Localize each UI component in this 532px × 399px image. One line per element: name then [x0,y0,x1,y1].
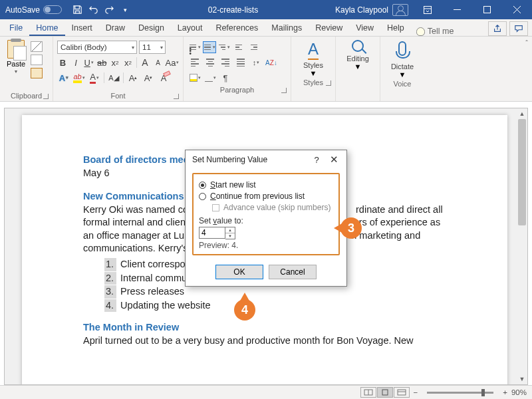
copy-button[interactable] [31,55,43,65]
paste-button[interactable]: Paste ▼ [3,39,29,90]
set-value-spinner[interactable]: ▲▼ [199,227,333,239]
decrease-indent-button[interactable] [232,41,247,54]
sort-button[interactable]: AZ↓ [264,56,279,69]
maximize-button[interactable] [472,0,502,19]
heading-3: The Month in Review [83,321,452,334]
dialog-help-button[interactable]: ? [308,155,325,165]
underline-button[interactable]: U▾ [83,56,94,69]
increase-indent-button[interactable] [247,41,262,54]
subscript-button[interactable]: x2 [110,56,121,69]
minimize-button[interactable] [442,0,472,19]
spin-up-icon[interactable]: ▲ [225,227,235,233]
strikethrough-button[interactable]: ab [96,56,108,69]
styles-launcher[interactable] [326,80,331,86]
radio-label: Continue from previous list [210,192,305,201]
spin-down-icon[interactable]: ▼ [225,233,235,239]
paragraph-launcher[interactable] [281,88,287,93]
read-mode-button[interactable] [360,387,376,398]
share-button[interactable] [488,21,507,36]
undo-button[interactable] [86,3,100,17]
tell-me-search[interactable]: Tell me [411,27,460,36]
shrink-font-button[interactable]: A [152,56,164,69]
save-icon[interactable] [70,3,84,17]
numbering-button[interactable]: ▾ [203,41,216,53]
radio-start-new-list[interactable]: Start new list [199,180,333,190]
font-color-button[interactable]: A▾ [88,71,101,84]
styles-label: Styles [303,61,323,69]
grow-font-button[interactable]: A [140,56,151,69]
comments-button[interactable] [509,21,528,36]
dialog-close-button[interactable]: ✕ [325,154,342,166]
account-button[interactable]: Kayla Claypool [331,4,412,16]
tab-help[interactable]: Help [380,21,411,36]
radio-continue-previous[interactable]: Continue from previous list [199,192,333,201]
radio-checked-icon [199,182,206,189]
align-left-button[interactable] [188,56,202,69]
scroll-up-button[interactable]: ▲ [517,108,527,119]
clipboard-launcher[interactable] [43,94,49,99]
print-layout-button[interactable] [377,387,393,398]
tab-review[interactable]: Review [309,21,349,36]
highlight-button[interactable]: ab▾ [72,71,86,84]
ribbon-options-button[interactable] [412,0,442,19]
italic-button[interactable]: I [70,56,82,69]
tab-view[interactable]: View [349,21,380,36]
tab-draw[interactable]: Draw [99,21,132,36]
editing-button[interactable]: Editing▼ [338,39,377,70]
zoom-level[interactable]: 90% [511,388,527,396]
zoom-in-button[interactable]: + [499,388,511,396]
scroll-down-button[interactable]: ▼ [517,374,527,384]
superscript-button[interactable]: x2 [122,56,134,69]
spinner-buttons[interactable]: ▲▼ [225,227,235,239]
bullets-button[interactable]: ▾ [188,41,202,54]
clear-formatting-button[interactable]: A [157,71,170,84]
grow-font2-button[interactable]: A▴ [126,71,140,84]
line-spacing-button[interactable]: ↕▾ [249,56,263,69]
qat-customize-icon[interactable]: ▾ [118,3,132,17]
tab-insert[interactable]: Insert [65,21,99,36]
character-shading-button[interactable]: A◢ [107,71,120,84]
group-label-styles: Styles [294,77,332,88]
tab-home[interactable]: Home [29,21,65,36]
redo-button[interactable] [102,3,116,17]
align-center-button[interactable] [203,56,217,69]
vertical-scrollbar[interactable]: ▲ ▼ [517,108,527,384]
group-clipboard: Paste ▼ Clipboard [0,37,53,101]
styles-button[interactable]: A Styles▼ [294,39,332,77]
text-effects-button[interactable]: A▾ [57,71,70,84]
zoom-out-button[interactable]: − [410,388,422,396]
font-launcher[interactable] [174,94,179,99]
change-case-button[interactable]: Aa▾ [166,56,179,69]
set-value-input[interactable] [199,227,225,239]
format-painter-button[interactable] [31,68,43,78]
close-button[interactable] [502,0,532,19]
tab-mailings[interactable]: Mailings [265,21,309,36]
svg-rect-4 [398,390,406,395]
justify-button[interactable] [233,56,248,69]
multilevel-button[interactable]: ▾ [217,41,231,54]
borders-button[interactable]: ▾ [203,71,217,84]
tab-references[interactable]: References [209,21,265,36]
scroll-track[interactable] [518,119,526,374]
bold-button[interactable]: B [57,56,68,69]
dictate-button[interactable]: Dictate▼ [383,39,422,78]
shading-button[interactable]: ▾ [188,71,202,84]
cut-button[interactable] [31,41,43,52]
zoom-slider[interactable] [427,392,493,394]
ok-button[interactable]: OK [215,265,263,279]
autosave-toggle[interactable]: AutoSave [0,5,67,15]
tab-layout[interactable]: Layout [171,21,209,36]
dialog-titlebar[interactable]: Set Numbering Value ? ✕ [186,150,346,169]
scroll-thumb[interactable] [518,119,526,225]
font-name-combo[interactable]: Calibri (Body)▾ [57,41,137,54]
tab-design[interactable]: Design [132,21,171,36]
zoom-thumb[interactable] [481,389,485,396]
tab-file[interactable]: File [3,21,29,36]
shrink-font2-button[interactable]: A▾ [142,71,155,84]
align-right-button[interactable] [218,56,233,69]
show-marks-button[interactable]: ¶ [218,71,233,84]
web-layout-button[interactable] [394,387,410,398]
font-size-combo[interactable]: 11▾ [139,41,166,54]
cancel-button[interactable]: Cancel [269,265,317,279]
collapse-ribbon-button[interactable]: ˆ [525,39,528,47]
